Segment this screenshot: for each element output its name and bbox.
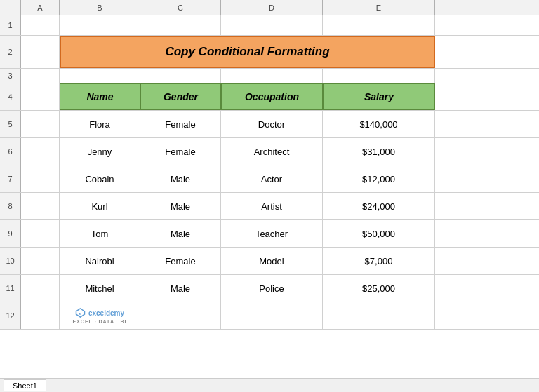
row-num-9: 9 <box>0 220 21 247</box>
cell-12b: e exceldemy EXCEL · DATA · BI <box>60 302 140 329</box>
cell-12a[interactable] <box>21 302 60 329</box>
cell-1d[interactable] <box>221 15 323 35</box>
cell-1e[interactable] <box>323 15 435 35</box>
col-header-c: C <box>140 0 221 15</box>
cell-name-4[interactable]: Tom <box>60 220 140 247</box>
col-header-gender[interactable]: Gender <box>140 83 221 110</box>
row-1: 1 <box>0 15 539 36</box>
row-num-6: 6 <box>0 138 21 165</box>
cell-3a[interactable] <box>21 69 60 83</box>
cell-occupation-1[interactable]: Architect <box>221 138 323 165</box>
col-header-b: B <box>60 0 140 15</box>
sheet-tabs: Sheet1 <box>0 378 539 392</box>
grid-body: 1 2 Copy Conditional Formatting 3 4 Na <box>0 15 539 378</box>
row-num-10: 10 <box>0 248 21 274</box>
cell-occupation-3[interactable]: Artist <box>221 193 323 219</box>
cell-11a[interactable] <box>21 275 60 302</box>
col-header-occupation[interactable]: Occupation <box>221 83 323 110</box>
cell-name-0[interactable]: Flora <box>60 111 140 137</box>
cell-2a[interactable] <box>21 36 60 68</box>
cell-12c[interactable] <box>140 302 221 329</box>
col-header-e: E <box>323 0 435 15</box>
cell-salary-6[interactable]: $25,000 <box>323 275 435 302</box>
cell-9a[interactable] <box>21 220 60 247</box>
row-3: 3 <box>0 69 539 83</box>
cell-5a[interactable] <box>21 111 60 137</box>
cell-gender-0[interactable]: Female <box>140 111 221 137</box>
cell-gender-2[interactable]: Male <box>140 165 221 192</box>
cell-gender-3[interactable]: Male <box>140 193 221 219</box>
row-8: 8 Kurl Male Artist $24,000 <box>0 193 539 220</box>
cell-salary-3[interactable]: $24,000 <box>323 193 435 219</box>
cell-salary-5[interactable]: $7,000 <box>323 248 435 274</box>
cell-gender-4[interactable]: Male <box>140 220 221 247</box>
cell-3b[interactable] <box>60 69 140 83</box>
row-5: 5 Flora Female Doctor $140,000 <box>0 111 539 138</box>
cell-gender-5[interactable]: Female <box>140 248 221 274</box>
row-num-5: 5 <box>0 111 21 137</box>
row-num-4: 4 <box>0 83 21 110</box>
column-headers: A B C D E <box>0 0 539 15</box>
cell-gender-1[interactable]: Female <box>140 138 221 165</box>
col-header-d: D <box>221 0 323 15</box>
row-10: 10 Nairobi Female Model $7,000 <box>0 248 539 275</box>
col-header-salary[interactable]: Salary <box>323 83 435 110</box>
row-7: 7 Cobain Male Actor $12,000 <box>0 165 539 193</box>
cell-name-2[interactable]: Cobain <box>60 165 140 192</box>
cell-4a[interactable] <box>21 83 60 110</box>
spreadsheet: A B C D E 1 2 Copy Conditional Formattin… <box>0 0 539 392</box>
cell-salary-4[interactable]: $50,000 <box>323 220 435 247</box>
cell-8a[interactable] <box>21 193 60 219</box>
row-12: 12 e exceldemy EXCEL · DATA · BI <box>0 302 539 330</box>
row-4: 4 Name Gender Occupation Salary <box>0 83 539 111</box>
svg-text:e: e <box>79 311 82 316</box>
cell-occupation-4[interactable]: Teacher <box>221 220 323 247</box>
row-6: 6 Jenny Female Architect $31,000 <box>0 138 539 165</box>
cell-1b[interactable] <box>60 15 140 35</box>
cell-occupation-0[interactable]: Doctor <box>221 111 323 137</box>
title-cell[interactable]: Copy Conditional Formatting <box>60 36 435 68</box>
cell-3c[interactable] <box>140 69 221 83</box>
cell-salary-0[interactable]: $140,000 <box>323 111 435 137</box>
col-header-name[interactable]: Name <box>60 83 140 110</box>
cell-name-6[interactable]: Mitchel <box>60 275 140 302</box>
corner-cell <box>0 0 21 15</box>
exceldemy-subtext: EXCEL · DATA · BI <box>72 319 126 324</box>
cell-occupation-5[interactable]: Model <box>221 248 323 274</box>
cell-1c[interactable] <box>140 15 221 35</box>
row-num-12: 12 <box>0 302 21 329</box>
row-num-7: 7 <box>0 165 21 192</box>
cell-name-5[interactable]: Nairobi <box>60 248 140 274</box>
row-num-2: 2 <box>0 36 21 68</box>
row-num-3: 3 <box>0 69 21 83</box>
cell-name-1[interactable]: Jenny <box>60 138 140 165</box>
cell-gender-6[interactable]: Male <box>140 275 221 302</box>
cell-occupation-2[interactable]: Actor <box>221 165 323 192</box>
row-2: 2 Copy Conditional Formatting <box>0 36 539 69</box>
row-11: 11 Mitchel Male Police $25,000 <box>0 275 539 302</box>
exceldemy-watermark: e exceldemy EXCEL · DATA · BI <box>72 307 126 324</box>
cell-3e[interactable] <box>323 69 435 83</box>
cell-12d[interactable] <box>221 302 323 329</box>
cell-occupation-6[interactable]: Police <box>221 275 323 302</box>
row-num-1: 1 <box>0 15 21 35</box>
exceldemy-text: exceldemy <box>88 309 124 317</box>
cell-salary-1[interactable]: $31,000 <box>323 138 435 165</box>
cell-1a[interactable] <box>21 15 60 35</box>
cell-3d[interactable] <box>221 69 323 83</box>
cell-7a[interactable] <box>21 165 60 192</box>
row-9: 9 Tom Male Teacher $50,000 <box>0 220 539 248</box>
col-header-a: A <box>21 0 60 15</box>
cell-salary-2[interactable]: $12,000 <box>323 165 435 192</box>
exceldemy-icon: e <box>75 307 86 318</box>
row-num-11: 11 <box>0 275 21 302</box>
cell-12e[interactable] <box>323 302 435 329</box>
cell-6a[interactable] <box>21 138 60 165</box>
cell-name-3[interactable]: Kurl <box>60 193 140 219</box>
sheet-tab-1[interactable]: Sheet1 <box>4 379 46 391</box>
row-num-8: 8 <box>0 193 21 219</box>
cell-10a[interactable] <box>21 248 60 274</box>
